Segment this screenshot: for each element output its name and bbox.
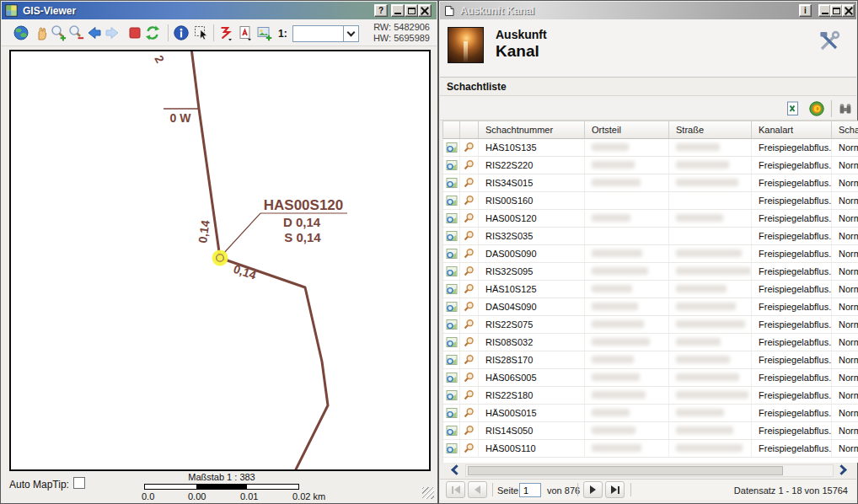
table-row[interactable]: HÄS00S110Freispiegelabflus...Norm [443, 440, 858, 458]
table-row[interactable]: RIS22S220Freispiegelabflus...Norm [443, 157, 858, 174]
table-row[interactable]: HÄS06S005Freispiegelabflus...Norm [443, 369, 858, 387]
magnifier-icon[interactable] [460, 157, 479, 174]
table-row[interactable]: RIS08S032Freispiegelabflus...Norm [443, 334, 858, 351]
magnifier-icon[interactable] [460, 422, 479, 439]
magnifier-icon[interactable] [460, 281, 479, 298]
map-photo-icon[interactable] [443, 245, 460, 262]
magnifier-icon[interactable] [460, 174, 479, 191]
column-header-strasse[interactable]: Straße [669, 121, 752, 139]
forward-icon[interactable] [104, 24, 121, 41]
magnifier-icon[interactable] [460, 387, 479, 404]
maximize-button[interactable] [830, 4, 843, 17]
table-row[interactable]: RIS22S075Freispiegelabflus...Norm [443, 316, 858, 334]
stop-icon[interactable] [126, 24, 143, 41]
map-photo-icon[interactable] [443, 422, 460, 439]
magnifier-icon[interactable] [460, 316, 479, 333]
lightning-tool-icon[interactable] [217, 24, 234, 41]
refresh-icon[interactable] [144, 24, 161, 41]
map-photo-icon[interactable] [443, 174, 460, 191]
scale-input[interactable] [293, 26, 343, 41]
zoom-out-icon[interactable] [67, 24, 84, 41]
select-features-icon[interactable] [193, 24, 210, 41]
map-canvas[interactable]: HAS00S120 D 0,14 S 0,14 0,14 0,14 0 W 2 [9, 50, 431, 471]
add-image-icon[interactable] [255, 24, 272, 41]
map-photo-icon[interactable] [443, 405, 460, 421]
table-row[interactable]: RIS14S050Freispiegelabflus...Norm [443, 422, 858, 440]
map-photo-icon[interactable] [443, 139, 460, 156]
map-photo-icon[interactable] [443, 281, 460, 298]
map-photo-icon[interactable] [443, 387, 460, 404]
combo-dropdown-button[interactable] [343, 26, 358, 41]
map-photo-icon[interactable] [443, 369, 460, 386]
magnifier-icon[interactable] [460, 334, 479, 351]
magnifier-icon[interactable] [460, 440, 479, 457]
column-header-map[interactable] [443, 121, 460, 139]
table-row[interactable]: HÄS10S125Freispiegelabflus...Norm [443, 281, 858, 298]
pdf-export-icon[interactable] [237, 24, 254, 41]
magnifier-icon[interactable] [460, 298, 479, 315]
search-binoculars-icon[interactable] [837, 100, 854, 117]
auto-maptip-checkbox[interactable] [73, 477, 85, 489]
maximize-button[interactable] [405, 4, 418, 17]
hammer-wrench-icon[interactable] [818, 29, 841, 53]
scroll-left-icon[interactable] [451, 464, 462, 475]
column-header-detail[interactable] [460, 121, 479, 139]
map-photo-icon[interactable] [443, 334, 460, 351]
table-row[interactable]: RIS00S160Freispiegelabflus...Norm [443, 192, 858, 210]
column-header-schachtnummer[interactable]: Schachtnummer [479, 121, 585, 139]
table-row[interactable]: RIS28S170Freispiegelabflus...Norm [443, 351, 858, 369]
map-photo-icon[interactable] [443, 351, 460, 368]
page-number-input[interactable] [519, 483, 541, 497]
map-photo-icon[interactable] [443, 192, 460, 209]
table-row[interactable]: RIS22S180Freispiegelabflus...Norm [443, 387, 858, 405]
map-photo-icon[interactable] [443, 298, 460, 315]
close-button[interactable] [418, 4, 432, 17]
magnifier-icon[interactable] [460, 228, 479, 244]
magnifier-icon[interactable] [460, 369, 479, 386]
column-header-ortsteil[interactable]: Ortsteil [585, 121, 669, 139]
table-row[interactable]: HAS00S120Freispiegelabflus...Norm [443, 210, 858, 228]
resize-grip[interactable] [422, 487, 434, 499]
magnifier-icon[interactable] [460, 405, 479, 421]
magnifier-icon[interactable] [460, 245, 479, 262]
minimize-button[interactable] [391, 4, 405, 17]
magnifier-icon[interactable] [460, 210, 479, 227]
table-row[interactable]: DAS04S090Freispiegelabflus...Norm [443, 298, 858, 316]
table-row[interactable]: DAS00S090Freispiegelabflus...Norm [443, 245, 858, 263]
info-icon[interactable] [173, 24, 190, 41]
first-page-button[interactable] [446, 481, 465, 498]
info-button[interactable]: i [799, 4, 812, 17]
column-header-kanalart[interactable]: Kanalart [752, 121, 832, 139]
map-photo-icon[interactable] [443, 157, 460, 174]
magnifier-icon[interactable] [460, 263, 479, 280]
excel-export-icon[interactable] [785, 100, 802, 117]
table-row[interactable]: RIS32S035Freispiegelabflus...Norm [443, 228, 858, 245]
magnifier-icon[interactable] [460, 192, 479, 209]
table-row[interactable]: RIS32S095Freispiegelabflus...Norm [443, 263, 858, 281]
map-photo-icon[interactable] [443, 228, 460, 244]
scale-combobox[interactable] [292, 25, 359, 42]
table-row[interactable]: HÄS00S015Freispiegelabflus...Norm [443, 405, 858, 422]
magnifier-icon[interactable] [460, 351, 479, 368]
previous-page-button[interactable] [468, 481, 487, 498]
scrollbar-thumb[interactable] [468, 466, 783, 475]
close-button[interactable] [842, 4, 855, 17]
pan-hand-icon[interactable] [33, 24, 50, 41]
map-photo-icon[interactable] [443, 440, 460, 457]
back-icon[interactable] [86, 24, 103, 41]
map-photo-icon[interactable] [443, 316, 460, 333]
column-header-schachtart[interactable]: Scha [832, 121, 858, 139]
horizontal-scrollbar[interactable] [465, 464, 834, 477]
gis-viewer-titlebar[interactable]: GIS-Viewer ? [2, 2, 437, 19]
help-button[interactable]: ? [374, 4, 388, 17]
next-page-button[interactable] [583, 481, 603, 498]
data-export-icon[interactable] [808, 100, 825, 117]
map-photo-icon[interactable] [443, 210, 460, 227]
scroll-right-icon[interactable] [836, 464, 847, 475]
table-row[interactable]: HÄS10S135Freispiegelabflus...Norm [443, 139, 858, 157]
globe-icon[interactable] [13, 24, 29, 41]
last-page-button[interactable] [605, 481, 625, 498]
magnifier-icon[interactable] [460, 139, 479, 156]
zoom-in-icon[interactable] [50, 24, 67, 41]
table-row[interactable]: RIS34S015Freispiegelabflus...Norm [443, 174, 858, 192]
